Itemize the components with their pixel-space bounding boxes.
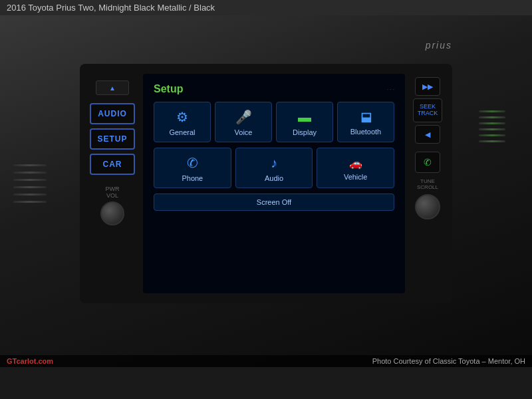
setup-button[interactable]: SETUP (90, 128, 135, 150)
volume-knob-area: PWRVOL (100, 186, 124, 225)
display-icon: ▬ (298, 110, 311, 125)
car-button[interactable]: CAR (90, 154, 135, 175)
screen-dots: · · · (387, 86, 394, 92)
bluetooth-label: Bluetooth (350, 128, 381, 136)
screen-title: Setup (154, 83, 183, 95)
general-icon: ⚙ (176, 109, 188, 125)
voice-icon: 🎤 (235, 109, 252, 125)
screen-header: Setup · · · (154, 83, 394, 95)
menu-grid-bottom: ✆ Phone ♪ Audio 🚗 Vehicle (154, 148, 394, 188)
phone-call-button[interactable]: ✆ (415, 152, 440, 173)
gtcarlot-brand: GTcarlot.com (7, 357, 53, 365)
vent-right (479, 110, 505, 190)
skip-back-button[interactable]: ◀ (415, 125, 440, 144)
screen-container: Setup · · · ⚙ General 🎤 Voice ▬ Di (143, 74, 405, 293)
phone-icon: ✆ (187, 155, 198, 171)
left-panel: ▲ AUDIO SETUP CAR PWRVOL (90, 74, 135, 293)
voice-label: Voice (235, 128, 253, 136)
audio-button[interactable]: AUDIO (90, 103, 135, 124)
pwr-vol-label: PWRVOL (106, 186, 120, 199)
infotainment-screen: Setup · · · ⚙ General 🎤 Voice ▬ Di (143, 74, 405, 293)
menu-grid-top: ⚙ General 🎤 Voice ▬ Display ⬓ Bluetooth (154, 102, 394, 142)
tune-knob[interactable] (415, 194, 440, 219)
photo-credit: Photo Courtesy of Classic Toyota – Mento… (372, 357, 525, 365)
menu-item-voice[interactable]: 🎤 Voice (215, 102, 272, 142)
car-interior: prius ▲ AUDIO SETUP CAR PWRVOL Setup · ·… (0, 0, 532, 367)
bottom-watermark-bar: GTcarlot.com Photo Courtesy of Classic T… (0, 355, 532, 367)
bluetooth-icon: ⬓ (360, 110, 372, 124)
menu-item-general[interactable]: ⚙ General (154, 102, 211, 142)
skip-forward-button[interactable]: ▶▶ (415, 77, 440, 96)
vent-left (13, 117, 47, 250)
page-title: 2016 Toyota Prius Two, Midnight Black Me… (7, 3, 215, 13)
audio-icon: ♪ (271, 156, 277, 171)
infotainment-unit: ▲ AUDIO SETUP CAR PWRVOL Setup · · · ⚙ (80, 64, 452, 303)
menu-item-audio[interactable]: ♪ Audio (235, 148, 313, 188)
display-label: Display (293, 128, 317, 136)
tune-scroll-label: TUNESCROLL (417, 178, 438, 190)
general-label: General (169, 128, 195, 136)
menu-item-vehicle[interactable]: 🚗 Vehicle (317, 148, 394, 188)
audio-label: Audio (265, 174, 283, 182)
screen-off-button[interactable]: Screen Off (154, 194, 394, 211)
vehicle-icon: 🚗 (349, 157, 362, 170)
volume-knob[interactable] (100, 201, 124, 225)
eject-button[interactable]: ▲ (96, 80, 129, 95)
menu-item-display[interactable]: ▬ Display (276, 102, 333, 142)
menu-item-phone[interactable]: ✆ Phone (154, 148, 231, 188)
phone-label: Phone (182, 174, 203, 182)
seek-track-button[interactable]: SEEKTRACK (413, 98, 442, 122)
prius-logo: prius (426, 40, 452, 51)
title-bar: 2016 Toyota Prius Two, Midnight Black Me… (0, 0, 532, 15)
right-panel: ▶▶ SEEKTRACK ◀ ✆ TUNESCROLL (413, 74, 442, 293)
menu-item-bluetooth[interactable]: ⬓ Bluetooth (337, 102, 394, 142)
vehicle-label: Vehicle (344, 173, 367, 181)
